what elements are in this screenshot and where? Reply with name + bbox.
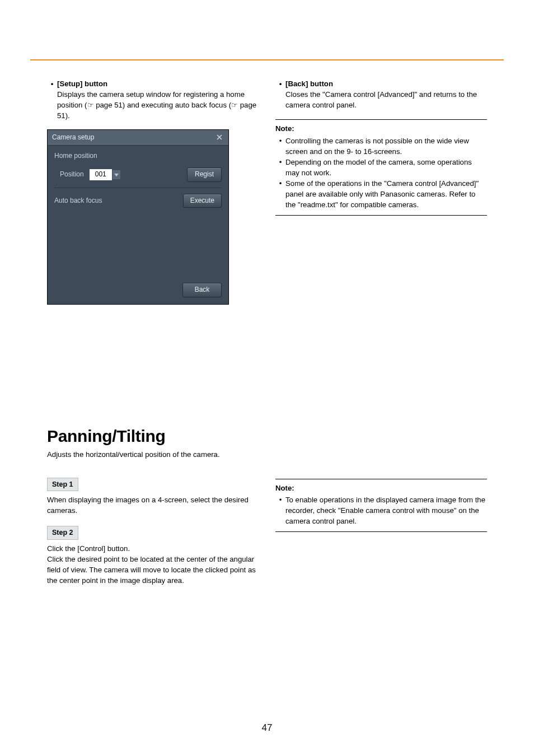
camera-setup-titlebar: Camera setup: [48, 130, 228, 146]
note-item-1: Controlling the cameras is not possible …: [285, 136, 487, 157]
step-1-label: Step 1: [47, 478, 78, 491]
note-item-3: Some of the operations in the "Camera co…: [285, 178, 487, 210]
position-select[interactable]: 001: [90, 169, 120, 180]
section-subdesc: Adjusts the horizontal/vertical position…: [47, 450, 487, 459]
note-heading: Note:: [275, 483, 487, 493]
section2-left-column: Step 1 When displaying the images on a 4…: [47, 478, 259, 586]
back-button-heading: [Back] button: [285, 78, 487, 89]
position-value: 001: [90, 169, 112, 180]
note-heading: Note:: [275, 123, 487, 134]
page-number: 47: [0, 722, 534, 734]
home-position-label: Home position: [54, 151, 222, 161]
section-title: Panning/Tilting: [47, 427, 487, 446]
setup-button-heading: [Setup] button: [57, 78, 259, 89]
bullet-dot: •: [275, 178, 285, 210]
note-box-top: Note: • Controlling the cameras is not p…: [275, 119, 487, 215]
note-item-1: To enable operations in the displayed ca…: [285, 494, 487, 526]
bullet-dot: •: [275, 157, 285, 178]
bullet-dot: •: [47, 78, 57, 122]
back-button-panel[interactable]: Back: [182, 283, 222, 297]
back-button-desc: Closes the "Camera control [Advanced]" a…: [285, 89, 487, 110]
position-label: Position: [60, 170, 84, 179]
step-2-rest: Click the desired point to be located at…: [47, 554, 259, 586]
panel-separator: [54, 188, 222, 188]
camera-setup-title: Camera setup: [52, 133, 94, 142]
step-1-text: When displaying the images on a 4-screen…: [47, 494, 259, 516]
top-divider: [30, 59, 504, 60]
execute-button[interactable]: Execute: [183, 194, 222, 208]
right-column: • [Back] button Closes the "Camera contr…: [275, 78, 487, 305]
step-2-label: Step 2: [47, 526, 78, 539]
setup-button-desc: Displays the camera setup window for reg…: [57, 89, 259, 121]
step-2-line1: Click the [Control] button.: [47, 543, 259, 554]
close-icon[interactable]: [215, 133, 224, 142]
regist-button[interactable]: Regist: [187, 167, 222, 181]
section2-right-column: Note: • To enable operations in the disp…: [275, 478, 487, 586]
bullet-dot: •: [275, 78, 285, 110]
note-item-2: Depending on the model of the camera, so…: [285, 157, 487, 178]
bullet-dot: •: [275, 136, 285, 157]
note-box-bottom: Note: • To enable operations in the disp…: [275, 479, 487, 532]
chevron-down-icon[interactable]: [113, 170, 120, 179]
left-column: • [Setup] button Displays the camera set…: [47, 78, 259, 305]
auto-back-focus-label: Auto back focus: [54, 196, 102, 206]
bullet-dot: •: [275, 494, 285, 526]
camera-setup-panel: Camera setup Home position Position 001: [47, 129, 229, 305]
